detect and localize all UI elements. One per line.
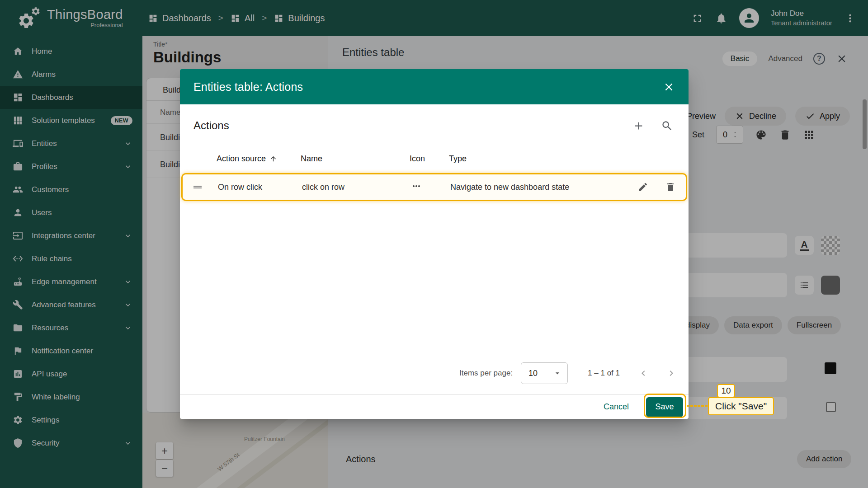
annotation-tooltip: Click "Save": [708, 397, 774, 415]
edit-icon[interactable]: [637, 182, 648, 192]
caret-down-icon: [553, 369, 562, 378]
actions-heading: Actions: [193, 119, 229, 132]
annotation-step-number: 10: [717, 384, 735, 398]
prev-page-icon[interactable]: [638, 368, 649, 379]
search-icon[interactable]: [661, 120, 673, 132]
column-header[interactable]: Icon: [410, 154, 449, 164]
column-header-label: Action source: [217, 154, 266, 164]
column-header[interactable]: Type: [449, 154, 689, 164]
column-header-label: Type: [449, 154, 467, 164]
row-actions: [637, 182, 686, 192]
column-header[interactable]: Action source: [217, 154, 301, 164]
column-header-label: Icon: [410, 154, 425, 164]
action-name-cell: click on row: [302, 183, 411, 192]
cancel-button[interactable]: Cancel: [598, 399, 634, 415]
actions-toolbar: Actions: [180, 104, 689, 147]
more-horiz-icon: [411, 181, 422, 192]
dialog-header: Entities table: Actions: [180, 69, 689, 104]
action-source-cell: On row click: [218, 183, 302, 192]
save-button[interactable]: Save: [646, 397, 683, 417]
table-header: Action source Name Icon Type: [180, 147, 689, 170]
page-range: 1 – 1 of 1: [588, 369, 620, 378]
items-per-page-value: 10: [528, 369, 538, 378]
dialog-close-icon[interactable]: [663, 81, 675, 93]
items-per-page-label: Items per page:: [459, 369, 513, 378]
table-body: On row click click on row Navigate to ne…: [181, 173, 687, 201]
add-action-icon[interactable]: [632, 120, 645, 132]
delete-icon[interactable]: [665, 182, 676, 192]
dialog-footer: Cancel Save: [180, 394, 689, 419]
items-per-page-select[interactable]: 10: [521, 362, 568, 384]
next-page-icon[interactable]: [666, 368, 677, 379]
action-type-cell: Navigate to new dashboard state: [450, 183, 637, 192]
column-header[interactable]: Name: [301, 154, 410, 164]
dialog-title: Entities table: Actions: [193, 80, 303, 94]
action-table-row[interactable]: On row click click on row Navigate to ne…: [181, 173, 687, 201]
pagination: Items per page: 10 1 – 1 of 1: [180, 361, 689, 386]
column-header-label: Name: [301, 154, 322, 164]
drag-handle-icon[interactable]: [192, 182, 203, 192]
sort-asc-icon: [269, 155, 277, 163]
actions-dialog: Entities table: Actions Actions Action s…: [180, 69, 689, 419]
annotation-connector: [687, 405, 708, 407]
